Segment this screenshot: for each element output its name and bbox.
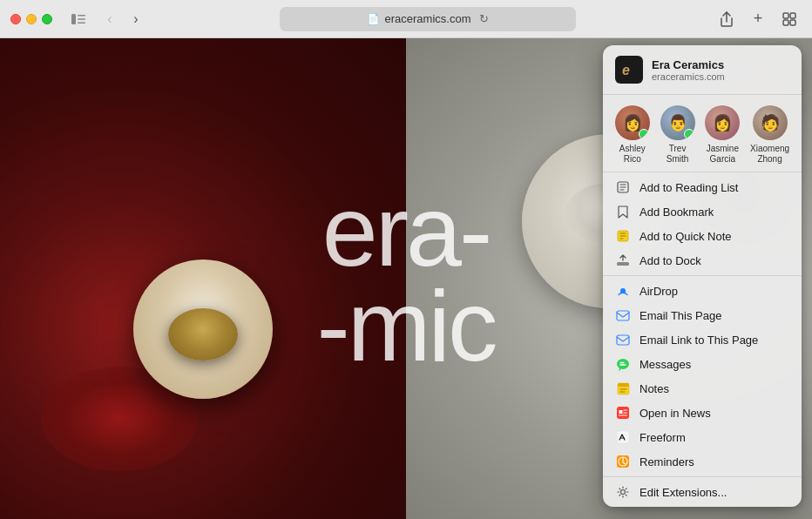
new-tab-button[interactable]: +: [746, 10, 770, 29]
svg-rect-7: [790, 20, 795, 25]
menu-separator-1: [603, 275, 802, 276]
avatar-ashley: 👩: [615, 105, 650, 140]
site-favicon: e: [615, 56, 643, 84]
bookmark-icon: [615, 204, 631, 219]
menu-item-freeform[interactable]: Freeform: [603, 425, 802, 449]
svg-rect-1: [78, 15, 85, 17]
svg-rect-4: [783, 13, 788, 18]
menu-item-add-dock[interactable]: Add to Dock: [603, 248, 802, 273]
svg-point-22: [621, 490, 626, 495]
avatar-xiaomeng: 🧑: [753, 105, 788, 140]
recipient-name-xiaomeng: XiaomengZhong: [750, 144, 789, 165]
notes-icon: [615, 381, 631, 396]
menu-item-label-add-bookmark: Add Bookmark: [639, 206, 714, 219]
edit-extensions-icon: [615, 484, 631, 500]
popup-header: e Era Ceramics eraceramics.com: [603, 45, 802, 95]
avatar-trev: 👨: [660, 105, 695, 140]
menu-item-label-add-quick-note: Add to Quick Note: [639, 230, 732, 243]
menu-item-label-notes: Notes: [639, 382, 669, 395]
svg-rect-3: [78, 22, 85, 24]
menu-item-notes[interactable]: Notes: [603, 376, 802, 401]
browser-chrome: ‹ › 📄 eraceramics.com ↻ +: [0, 0, 812, 38]
recipient-xiaomeng[interactable]: 🧑 XiaomengZhong: [750, 105, 789, 165]
menu-item-label-messages: Messages: [639, 358, 691, 371]
news-icon: [615, 405, 631, 421]
tab-overview-button[interactable]: [777, 10, 802, 29]
menu-item-add-quick-note[interactable]: Add to Quick Note: [603, 224, 802, 248]
menu-item-label-edit-extensions: Edit Extensions...: [639, 486, 727, 499]
recipient-trev[interactable]: 👨 TrevSmith: [660, 105, 695, 165]
address-bar[interactable]: 📄 eraceramics.com ↻: [280, 7, 576, 31]
menu-item-label-reminders: Reminders: [639, 455, 694, 468]
email-page-icon: [615, 307, 631, 323]
menu-item-open-news[interactable]: Open in News: [603, 401, 802, 425]
menu-item-airdrop[interactable]: AirDrop: [603, 279, 802, 303]
toolbar-right: +: [714, 10, 802, 29]
svg-rect-0: [71, 14, 76, 24]
maximize-button[interactable]: [42, 14, 52, 24]
messages-icon: [615, 356, 631, 372]
menu-item-edit-extensions[interactable]: Edit Extensions...: [603, 480, 802, 504]
svg-rect-6: [783, 20, 788, 25]
menu-item-email-link[interactable]: Email Link to This Page: [603, 327, 802, 352]
recipient-ashley[interactable]: 👩 AshleyRico: [615, 105, 650, 165]
menu-item-label-open-news: Open in News: [639, 407, 711, 420]
recipient-name-jasmine: JasmineGarcia: [707, 144, 739, 165]
menu-item-label-airdrop: AirDrop: [639, 285, 678, 298]
airdrop-icon: [615, 283, 631, 299]
dock-icon: [615, 253, 631, 268]
menu-item-label-freeform: Freeform: [639, 431, 686, 444]
online-indicator-trev: [684, 129, 694, 139]
menu-item-label-email-link: Email Link to This Page: [639, 334, 758, 347]
avatar-jasmine: 👩: [705, 105, 740, 140]
close-button[interactable]: [10, 14, 21, 24]
menu-item-messages[interactable]: Messages: [603, 352, 802, 376]
address-bar-container: 📄 eraceramics.com ↻: [155, 7, 700, 31]
share-popup: e Era Ceramics eraceramics.com 👩 AshleyR…: [603, 45, 802, 507]
nav-buttons: ‹ ›: [98, 10, 148, 29]
svg-rect-14: [617, 335, 629, 345]
url-text: eraceramics.com: [385, 12, 471, 25]
recipients-row: 👩 AshleyRico 👨 TrevSmith 👩 JasmineGarcia: [603, 95, 802, 172]
svg-rect-11: [617, 262, 629, 266]
popup-site-url: eraceramics.com: [652, 71, 789, 82]
recipient-name-ashley: AshleyRico: [619, 144, 646, 165]
reminders-icon: [615, 454, 631, 469]
menu-separator-2: [603, 476, 802, 477]
quick-note-icon: [615, 228, 631, 244]
bg-left: [0, 38, 406, 519]
site-info: Era Ceramics eraceramics.com: [652, 58, 789, 82]
reload-icon[interactable]: ↻: [479, 12, 489, 25]
menu-item-add-reading-list[interactable]: Add to Reading List: [603, 175, 802, 199]
recipient-name-trev: TrevSmith: [667, 144, 689, 165]
online-indicator-ashley: [639, 129, 649, 139]
recipient-jasmine[interactable]: 👩 JasmineGarcia: [705, 105, 740, 165]
minimize-button[interactable]: [26, 14, 37, 24]
page-icon: 📄: [367, 13, 380, 25]
svg-rect-5: [790, 13, 795, 18]
menu-item-label-email-page: Email This Page: [639, 309, 721, 322]
menu-item-email-page[interactable]: Email This Page: [603, 303, 802, 327]
traffic-lights: [10, 14, 52, 24]
svg-text:e: e: [622, 63, 630, 78]
content-area: era- -mic e Era Ceramics eraceramics.com…: [0, 38, 812, 519]
svg-rect-2: [78, 18, 85, 20]
menu-item-add-bookmark[interactable]: Add Bookmark: [603, 199, 802, 224]
back-button[interactable]: ‹: [98, 10, 122, 29]
freeform-icon: [615, 429, 631, 445]
menu-item-label-add-reading-list: Add to Reading List: [639, 181, 738, 194]
menu-items: Add to Reading List Add Bookmark Ad: [603, 172, 802, 507]
popup-site-name: Era Ceramics: [652, 58, 789, 71]
sidebar-toggle-button[interactable]: [66, 10, 91, 29]
svg-point-15: [617, 359, 629, 369]
share-button[interactable]: [714, 10, 739, 29]
forward-button[interactable]: ›: [124, 10, 148, 29]
svg-rect-17: [618, 383, 629, 387]
email-link-icon: [615, 332, 631, 347]
menu-item-label-add-dock: Add to Dock: [639, 254, 701, 267]
menu-item-reminders[interactable]: Reminders: [603, 449, 802, 474]
reading-list-icon: [615, 179, 631, 195]
svg-rect-13: [617, 311, 629, 320]
